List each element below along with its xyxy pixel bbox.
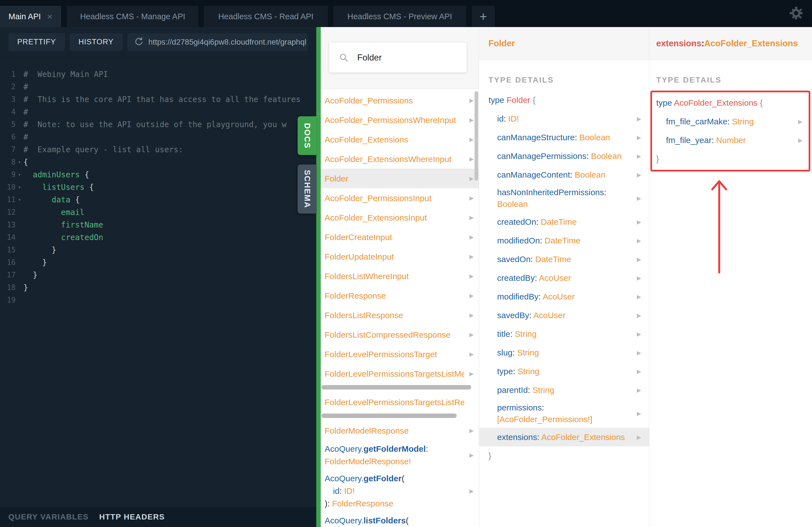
doc-list-item[interactable]: FolderUpdateInput▶ (321, 247, 479, 266)
expand-caret-icon[interactable]: ▶ (637, 169, 641, 181)
editor-line[interactable]: 5# Note: to use the API outside of the p… (0, 118, 316, 131)
field-row[interactable]: modifiedBy: AcoUser▶ (479, 287, 649, 306)
expand-caret-icon[interactable]: ▶ (469, 427, 474, 434)
expand-caret-icon[interactable]: ▶ (469, 97, 474, 104)
doc-list-item[interactable]: FolderLevelPermissionsTargetsListRespons… (321, 392, 479, 412)
expand-caret-icon[interactable]: ▶ (469, 175, 474, 182)
editor-line[interactable]: 8▾{ (0, 156, 316, 168)
endpoint-url-input[interactable]: https://d2785gi4qi6pw8.cloudfront.net/gr… (127, 33, 308, 51)
field-row[interactable]: canManageStructure: Boolean▶ (479, 128, 649, 147)
doc-list-item[interactable]: FoldersListResponse▶ (321, 305, 479, 325)
field-row[interactable]: fm_file_carMake: String▶ (652, 112, 809, 131)
doc-list-item[interactable]: AcoFolder_PermissionsInput▶ (321, 188, 479, 208)
field-row[interactable]: id: ID!▶ (479, 109, 649, 128)
field-row[interactable]: savedBy: AcoUser▶ (479, 306, 649, 325)
query-variables-tab[interactable]: QUERY VARIABLES (9, 513, 89, 522)
expand-caret-icon[interactable]: ▶ (469, 488, 474, 494)
doc-list-item[interactable]: AcoQuery.getFolderModel:FolderModelRespo… (321, 440, 479, 470)
doc-list-item[interactable]: AcoQuery.getFolder(id: ID!): FolderRespo… (321, 470, 479, 512)
doc-list-item[interactable]: FolderLevelPermissionsTarget▶ (321, 344, 479, 364)
schema-side-tab[interactable]: SCHEMA (298, 165, 317, 214)
editor-line[interactable]: 2# (0, 81, 316, 93)
editor-line[interactable]: 4# (0, 106, 316, 118)
expand-caret-icon[interactable]: ▶ (637, 113, 641, 125)
expand-caret-icon[interactable]: ▶ (469, 452, 474, 458)
tab-headless-cms-read-api[interactable]: Headless CMS - Read API (204, 6, 328, 27)
field-row[interactable]: fm_file_year: Number▶ (652, 131, 809, 149)
editor-line[interactable]: 13 firstName (0, 218, 316, 231)
field-row[interactable]: parentId: String▶ (479, 381, 649, 399)
query-editor[interactable]: 1# Webiny Main API2#3# This is the core … (0, 68, 316, 507)
expand-caret-icon[interactable]: ▶ (637, 431, 641, 443)
tab-headless-cms-preview-api[interactable]: Headless CMS - Preview API (333, 6, 466, 27)
editor-line[interactable]: 10▾ listUsers { (0, 181, 316, 194)
horizontal-scrollbar-thumb[interactable] (321, 385, 471, 389)
editor-line[interactable]: 17 } (0, 269, 316, 281)
editor-line[interactable]: 3# This is the core API that has access … (0, 93, 316, 106)
editor-line[interactable]: 12 email (0, 206, 316, 218)
docs-side-tab[interactable]: DOCS (298, 116, 317, 155)
fold-arrow-icon[interactable]: ▾ (16, 181, 24, 194)
expand-caret-icon[interactable]: ▶ (637, 310, 641, 321)
expand-caret-icon[interactable]: ▶ (469, 351, 474, 357)
doc-list-item[interactable]: AcoFolder_Permissions▶ (321, 91, 479, 110)
expand-caret-icon[interactable]: ▶ (637, 216, 641, 228)
doc-list-item[interactable]: AcoFolder_ExtensionsWhereInput▶ (321, 149, 479, 169)
expand-caret-icon[interactable]: ▶ (469, 273, 474, 280)
expand-caret-icon[interactable]: ▶ (637, 291, 641, 302)
field-row[interactable]: savedOn: DateTime▶ (479, 250, 649, 269)
expand-caret-icon[interactable]: ▶ (469, 214, 474, 221)
field-row[interactable]: slug: String▶ (479, 343, 649, 362)
editor-line[interactable]: 16 } (0, 256, 316, 269)
expand-caret-icon[interactable]: ▶ (798, 116, 802, 127)
doc-list-item[interactable]: FoldersListCompressedResponse▶ (321, 325, 479, 344)
expand-caret-icon[interactable]: ▶ (469, 292, 474, 299)
http-headers-tab[interactable]: HTTP HEADERS (99, 513, 165, 522)
expand-caret-icon[interactable]: ▶ (469, 156, 474, 162)
settings-gear-icon[interactable] (789, 6, 803, 20)
field-row[interactable]: canManageContent: Boolean▶ (479, 165, 649, 184)
history-button[interactable]: HISTORY (70, 33, 122, 51)
expand-caret-icon[interactable]: ▶ (637, 347, 641, 359)
field-row[interactable]: extensions: AcoFolder_Extensions▶ (479, 428, 649, 446)
docs-resize-handle[interactable] (316, 27, 321, 527)
expand-caret-icon[interactable]: ▶ (637, 408, 641, 419)
field-row[interactable]: modifiedOn: DateTime▶ (479, 231, 649, 250)
expand-caret-icon[interactable]: ▶ (469, 234, 474, 240)
field-row[interactable]: type: String▶ (479, 362, 649, 381)
doc-list-item[interactable]: AcoFolder_ExtensionsInput▶ (321, 208, 479, 227)
doc-list-item[interactable]: AcoFolder_PermissionsWhereInput▶ (321, 110, 479, 130)
expand-caret-icon[interactable]: ▶ (469, 116, 474, 123)
field-row[interactable]: canManagePermissions: Boolean▶ (479, 147, 649, 165)
editor-line[interactable]: 9▾ adminUsers { (0, 168, 316, 181)
fold-arrow-icon[interactable]: ▾ (16, 194, 24, 206)
doc-list-item[interactable]: FolderResponse▶ (321, 286, 479, 305)
horizontal-scrollbar-thumb[interactable] (321, 414, 457, 418)
expand-caret-icon[interactable]: ▶ (637, 328, 641, 340)
editor-line[interactable]: 11▾ data { (0, 194, 316, 206)
expand-caret-icon[interactable]: ▶ (469, 331, 474, 338)
close-tab-icon[interactable]: × (47, 12, 53, 21)
expand-caret-icon[interactable]: ▶ (637, 132, 641, 143)
expand-caret-icon[interactable]: ▶ (469, 253, 474, 260)
doc-list-item[interactable]: FoldersListWhereInput▶ (321, 266, 479, 286)
expand-caret-icon[interactable]: ▶ (469, 312, 474, 318)
field-row[interactable]: createdOn: DateTime▶ (479, 213, 649, 231)
doc-list-item[interactable]: AcoQuery.listFolders(where: FoldersListW… (321, 512, 479, 527)
doc-list-item[interactable]: FolderLevelPermissionsTargetsListMeta▶ (321, 364, 479, 383)
expand-caret-icon[interactable]: ▶ (798, 134, 802, 146)
expand-caret-icon[interactable]: ▶ (469, 370, 474, 377)
expand-caret-icon[interactable]: ▶ (637, 235, 641, 246)
expand-caret-icon[interactable]: ▶ (637, 150, 641, 162)
field-row[interactable]: createdBy: AcoUser▶ (479, 269, 649, 287)
doc-list-item[interactable]: AcoFolder_Extensions▶ (321, 130, 479, 149)
tab-main-api[interactable]: Main API × (0, 6, 61, 27)
editor-line[interactable]: 18} (0, 281, 316, 294)
tab-headless-cms-manage-api[interactable]: Headless CMS - Manage API (67, 6, 199, 27)
editor-line[interactable]: 14 createdOn (0, 231, 316, 244)
editor-line[interactable]: 1# Webiny Main API (0, 68, 316, 81)
editor-line[interactable]: 15 } (0, 244, 316, 256)
docs-search-input[interactable]: Folder (329, 43, 466, 72)
editor-line[interactable]: 6# (0, 131, 316, 143)
doc-list-item[interactable]: FolderModelResponse▶ (321, 421, 479, 440)
